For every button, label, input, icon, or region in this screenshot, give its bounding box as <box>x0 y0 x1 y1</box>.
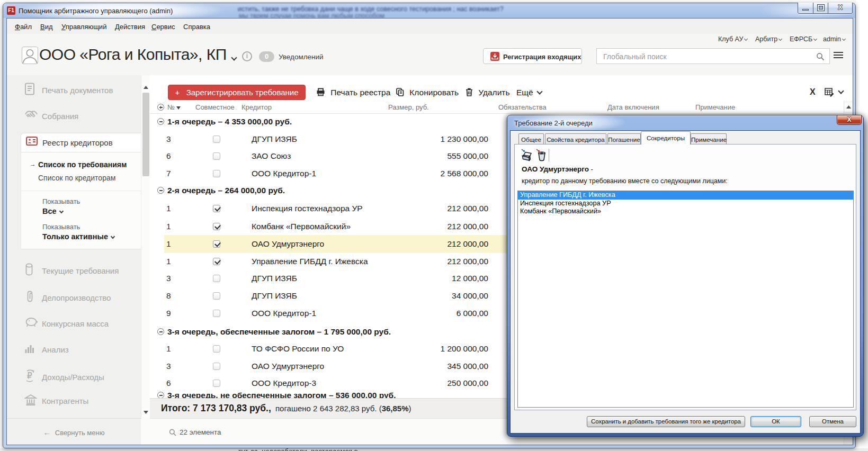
svg-text:₽: ₽ <box>27 371 32 380</box>
